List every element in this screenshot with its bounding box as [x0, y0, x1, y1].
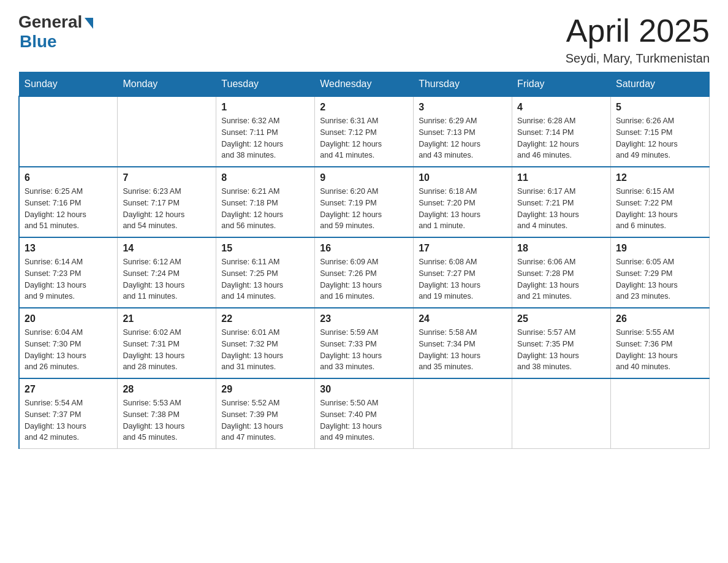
calendar-cell: 9Sunrise: 6:20 AM Sunset: 7:19 PM Daylig… [315, 167, 414, 237]
day-info: Sunrise: 6:18 AM Sunset: 7:20 PM Dayligh… [419, 186, 507, 232]
calendar-table: SundayMondayTuesdayWednesdayThursdayFrid… [18, 72, 710, 449]
day-number: 23 [320, 313, 408, 324]
calendar-header-monday: Monday [118, 72, 216, 97]
calendar-cell: 1Sunrise: 6:32 AM Sunset: 7:11 PM Daylig… [216, 96, 315, 167]
day-info: Sunrise: 5:53 AM Sunset: 7:38 PM Dayligh… [123, 397, 211, 443]
day-info: Sunrise: 6:23 AM Sunset: 7:17 PM Dayligh… [123, 186, 211, 232]
logo-blue-text: Blue [20, 32, 57, 52]
calendar-cell: 10Sunrise: 6:18 AM Sunset: 7:20 PM Dayli… [414, 167, 512, 237]
day-number: 11 [517, 172, 605, 183]
day-info: Sunrise: 6:14 AM Sunset: 7:23 PM Dayligh… [25, 256, 112, 302]
calendar-cell: 23Sunrise: 5:59 AM Sunset: 7:33 PM Dayli… [315, 308, 414, 378]
calendar-cell: 6Sunrise: 6:25 AM Sunset: 7:16 PM Daylig… [19, 167, 118, 237]
calendar-header-sunday: Sunday [19, 72, 118, 97]
day-number: 14 [123, 243, 211, 254]
day-number: 24 [419, 313, 507, 324]
calendar-cell: 18Sunrise: 6:06 AM Sunset: 7:28 PM Dayli… [512, 237, 611, 308]
day-info: Sunrise: 5:58 AM Sunset: 7:34 PM Dayligh… [419, 327, 507, 373]
day-number: 26 [616, 313, 704, 324]
day-number: 21 [123, 313, 211, 324]
calendar-cell: 21Sunrise: 6:02 AM Sunset: 7:31 PM Dayli… [118, 308, 216, 378]
page-header: General Blue April 2025 Seydi, Mary, Tur… [18, 12, 710, 66]
day-info: Sunrise: 6:25 AM Sunset: 7:16 PM Dayligh… [25, 186, 112, 232]
calendar-cell: 30Sunrise: 5:50 AM Sunset: 7:40 PM Dayli… [315, 378, 414, 449]
day-info: Sunrise: 6:26 AM Sunset: 7:15 PM Dayligh… [616, 115, 704, 161]
logo: General Blue [18, 12, 93, 52]
day-info: Sunrise: 6:15 AM Sunset: 7:22 PM Dayligh… [616, 186, 704, 232]
day-number: 3 [419, 102, 507, 113]
calendar-cell: 19Sunrise: 6:05 AM Sunset: 7:29 PM Dayli… [611, 237, 710, 308]
day-info: Sunrise: 6:05 AM Sunset: 7:29 PM Dayligh… [616, 256, 704, 302]
day-number: 10 [419, 172, 507, 183]
calendar-cell: 8Sunrise: 6:21 AM Sunset: 7:18 PM Daylig… [216, 167, 315, 237]
day-info: Sunrise: 6:04 AM Sunset: 7:30 PM Dayligh… [25, 327, 112, 373]
day-number: 30 [320, 384, 408, 395]
day-info: Sunrise: 6:09 AM Sunset: 7:26 PM Dayligh… [320, 256, 408, 302]
day-info: Sunrise: 5:55 AM Sunset: 7:36 PM Dayligh… [616, 327, 704, 373]
calendar-cell: 14Sunrise: 6:12 AM Sunset: 7:24 PM Dayli… [118, 237, 216, 308]
calendar-cell: 12Sunrise: 6:15 AM Sunset: 7:22 PM Dayli… [611, 167, 710, 237]
calendar-week-row: 20Sunrise: 6:04 AM Sunset: 7:30 PM Dayli… [19, 308, 710, 378]
day-info: Sunrise: 6:28 AM Sunset: 7:14 PM Dayligh… [517, 115, 605, 161]
calendar-cell: 2Sunrise: 6:31 AM Sunset: 7:12 PM Daylig… [315, 96, 414, 167]
calendar-cell: 16Sunrise: 6:09 AM Sunset: 7:26 PM Dayli… [315, 237, 414, 308]
day-number: 8 [221, 172, 309, 183]
calendar-cell: 28Sunrise: 5:53 AM Sunset: 7:38 PM Dayli… [118, 378, 216, 449]
day-number: 16 [320, 243, 408, 254]
day-number: 22 [221, 313, 309, 324]
calendar-header-thursday: Thursday [414, 72, 512, 97]
calendar-cell [611, 378, 710, 449]
day-number: 12 [616, 172, 704, 183]
title-area: April 2025 Seydi, Mary, Turkmenistan [566, 12, 710, 66]
calendar-week-row: 27Sunrise: 5:54 AM Sunset: 7:37 PM Dayli… [19, 378, 710, 449]
month-title: April 2025 [566, 12, 710, 49]
day-number: 1 [221, 102, 309, 113]
day-number: 28 [123, 384, 211, 395]
calendar-header-row: SundayMondayTuesdayWednesdayThursdayFrid… [19, 72, 710, 97]
calendar-cell: 24Sunrise: 5:58 AM Sunset: 7:34 PM Dayli… [414, 308, 512, 378]
day-number: 27 [25, 384, 112, 395]
day-info: Sunrise: 6:32 AM Sunset: 7:11 PM Dayligh… [221, 115, 309, 161]
logo-general-text: General [18, 12, 82, 32]
calendar-week-row: 1Sunrise: 6:32 AM Sunset: 7:11 PM Daylig… [19, 96, 710, 167]
day-info: Sunrise: 6:02 AM Sunset: 7:31 PM Dayligh… [123, 327, 211, 373]
day-info: Sunrise: 5:59 AM Sunset: 7:33 PM Dayligh… [320, 327, 408, 373]
location-subtitle: Seydi, Mary, Turkmenistan [566, 52, 710, 66]
calendar-cell [414, 378, 512, 449]
calendar-week-row: 13Sunrise: 6:14 AM Sunset: 7:23 PM Dayli… [19, 237, 710, 308]
calendar-cell: 11Sunrise: 6:17 AM Sunset: 7:21 PM Dayli… [512, 167, 611, 237]
day-number: 19 [616, 243, 704, 254]
day-info: Sunrise: 6:21 AM Sunset: 7:18 PM Dayligh… [221, 186, 309, 232]
calendar-cell [118, 96, 216, 167]
calendar-cell: 20Sunrise: 6:04 AM Sunset: 7:30 PM Dayli… [19, 308, 118, 378]
calendar-header-saturday: Saturday [611, 72, 710, 97]
calendar-cell: 29Sunrise: 5:52 AM Sunset: 7:39 PM Dayli… [216, 378, 315, 449]
calendar-header-wednesday: Wednesday [315, 72, 414, 97]
day-info: Sunrise: 6:11 AM Sunset: 7:25 PM Dayligh… [221, 256, 309, 302]
day-number: 18 [517, 243, 605, 254]
day-number: 29 [221, 384, 309, 395]
day-info: Sunrise: 6:08 AM Sunset: 7:27 PM Dayligh… [419, 256, 507, 302]
calendar-cell: 4Sunrise: 6:28 AM Sunset: 7:14 PM Daylig… [512, 96, 611, 167]
day-number: 13 [25, 243, 112, 254]
day-info: Sunrise: 6:06 AM Sunset: 7:28 PM Dayligh… [517, 256, 605, 302]
calendar-cell [512, 378, 611, 449]
calendar-cell: 26Sunrise: 5:55 AM Sunset: 7:36 PM Dayli… [611, 308, 710, 378]
day-info: Sunrise: 5:54 AM Sunset: 7:37 PM Dayligh… [25, 397, 112, 443]
calendar-cell: 22Sunrise: 6:01 AM Sunset: 7:32 PM Dayli… [216, 308, 315, 378]
day-number: 5 [616, 102, 704, 113]
day-number: 4 [517, 102, 605, 113]
calendar-cell: 5Sunrise: 6:26 AM Sunset: 7:15 PM Daylig… [611, 96, 710, 167]
day-info: Sunrise: 5:50 AM Sunset: 7:40 PM Dayligh… [320, 397, 408, 443]
calendar-cell: 15Sunrise: 6:11 AM Sunset: 7:25 PM Dayli… [216, 237, 315, 308]
calendar-week-row: 6Sunrise: 6:25 AM Sunset: 7:16 PM Daylig… [19, 167, 710, 237]
day-info: Sunrise: 6:29 AM Sunset: 7:13 PM Dayligh… [419, 115, 507, 161]
day-info: Sunrise: 5:52 AM Sunset: 7:39 PM Dayligh… [221, 397, 309, 443]
day-number: 25 [517, 313, 605, 324]
day-info: Sunrise: 5:57 AM Sunset: 7:35 PM Dayligh… [517, 327, 605, 373]
calendar-header-tuesday: Tuesday [216, 72, 315, 97]
day-info: Sunrise: 6:12 AM Sunset: 7:24 PM Dayligh… [123, 256, 211, 302]
calendar-cell: 27Sunrise: 5:54 AM Sunset: 7:37 PM Dayli… [19, 378, 118, 449]
calendar-header-friday: Friday [512, 72, 611, 97]
calendar-cell: 7Sunrise: 6:23 AM Sunset: 7:17 PM Daylig… [118, 167, 216, 237]
